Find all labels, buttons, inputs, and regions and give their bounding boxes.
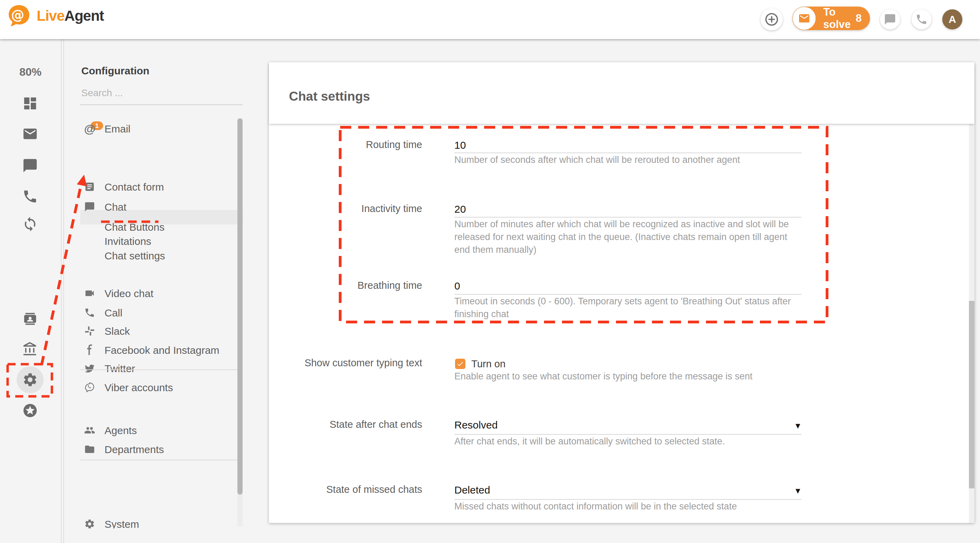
state-after-chat-underline — [454, 434, 802, 435]
liveagent-logo[interactable]: @ LiveAgent — [6, 4, 104, 28]
tickets-icon[interactable] — [22, 126, 38, 142]
dropdown-caret-icon[interactable]: ▼ — [788, 486, 802, 495]
user-avatar[interactable]: A — [942, 10, 963, 29]
menu-divider — [80, 460, 237, 460]
menu-label: Agents — [105, 423, 137, 438]
page-title: Chat settings — [289, 89, 370, 104]
to-solve-count: 8 — [856, 12, 862, 25]
state-after-chat-help: After chat ends, it will be automaticall… — [454, 435, 804, 448]
usage-percent: 80% — [0, 66, 61, 78]
menu-label: Chat settings — [105, 248, 165, 264]
menu-label: Contact form — [105, 179, 164, 195]
slack-icon — [84, 325, 95, 337]
chats-rail-icon[interactable] — [22, 158, 38, 174]
to-solve-label: To solve — [823, 6, 856, 31]
breathing-time-help: Timeout in seconds (0 - 600). Temporary … — [454, 295, 804, 321]
breathing-time-input[interactable]: 0 — [454, 280, 460, 292]
menu-label: Call — [105, 305, 123, 321]
menu-item-call[interactable]: Call — [64, 305, 243, 321]
menu-item-agents[interactable]: Agents — [64, 423, 243, 438]
configuration-panel: Configuration Search ... @ Email Contact… — [64, 39, 243, 529]
menu-item-video-chat[interactable]: Video chat — [64, 286, 243, 301]
menu-label: Invitations — [105, 234, 151, 249]
menu-label: Facebook and Instagram — [105, 343, 220, 358]
menu-item-facebook-instagram[interactable]: Facebook and Instagram — [64, 343, 243, 358]
menu-item-twitter[interactable]: Twitter — [64, 361, 243, 376]
menu-label: Video chat — [105, 286, 153, 301]
chat-settings-card: Chat settings Routing time 10 Number of … — [269, 62, 974, 523]
agents-icon — [84, 425, 95, 436]
menu-label: Viber accounts — [105, 380, 173, 395]
settings-gear-icon[interactable] — [22, 372, 38, 388]
menu-item-system[interactable]: System — [64, 517, 243, 529]
to-solve-button[interactable]: To solve 8 — [792, 6, 870, 30]
billing-icon[interactable] — [22, 341, 38, 357]
add-button[interactable] — [760, 8, 783, 30]
turn-on-label[interactable]: Turn on — [471, 358, 506, 370]
plus-circle-icon — [764, 12, 779, 27]
logo-text-live: Live — [37, 8, 64, 24]
rewards-star-icon[interactable] — [22, 403, 38, 419]
breathing-time-label: Breathing time — [304, 280, 422, 291]
card-header: Chat settings — [269, 62, 974, 124]
liveagent-logo-icon: @ — [6, 4, 32, 28]
content-scrollbar-thumb[interactable] — [969, 301, 974, 488]
menu-scrollbar-thumb[interactable] — [237, 118, 243, 495]
videocam-icon — [84, 288, 95, 299]
at-icon: @ — [84, 123, 95, 134]
folder-icon — [84, 444, 95, 455]
chats-button[interactable] — [880, 10, 900, 29]
menu-item-departments[interactable]: Departments — [64, 442, 243, 457]
menu-label: Departments — [105, 442, 164, 457]
menu-label: System — [105, 517, 139, 529]
menu-item-invitations[interactable]: Invitations — [64, 234, 243, 249]
inactivity-time-underline — [454, 217, 802, 218]
state-after-chat-select[interactable]: Resolved — [454, 419, 498, 431]
logo-text-agent: Agent — [64, 8, 104, 24]
menu-item-chat-settings[interactable]: Chat settings — [64, 248, 243, 264]
routing-time-underline — [454, 152, 802, 153]
routing-time-input[interactable]: 10 — [454, 140, 466, 151]
call-icon — [84, 307, 95, 318]
viber-icon — [84, 382, 95, 393]
menu-item-viber[interactable]: Viber accounts — [64, 380, 243, 395]
state-missed-chats-underline — [454, 499, 802, 500]
facebook-icon — [84, 345, 95, 356]
turn-on-checkbox[interactable] — [455, 359, 465, 369]
calls-rail-icon[interactable] — [22, 189, 38, 205]
menu-item-slack[interactable]: Slack — [64, 324, 243, 339]
dropdown-caret-icon[interactable]: ▼ — [788, 421, 802, 430]
avatar-letter: A — [948, 13, 956, 25]
menu-label: Email — [105, 121, 130, 137]
resolve-loop-icon[interactable] — [22, 216, 38, 232]
left-icon-rail — [0, 39, 62, 543]
form-icon — [84, 181, 95, 192]
menu-label: Twitter — [105, 361, 135, 376]
search-underline — [80, 105, 243, 105]
config-search-input[interactable]: Search ... — [81, 87, 123, 98]
configuration-title: Configuration — [81, 65, 150, 77]
dashboard-icon[interactable] — [22, 95, 38, 111]
state-missed-chats-select[interactable]: Deleted — [454, 484, 490, 496]
checkmark-icon — [457, 360, 464, 368]
state-after-chat-label: State after chat ends — [304, 419, 422, 430]
state-missed-chats-label: State of missed chats — [304, 484, 422, 495]
menu-item-contact-form[interactable]: Contact form — [64, 179, 243, 195]
to-solve-mail-icon — [793, 7, 816, 30]
breathing-time-underline — [454, 294, 802, 295]
show-typing-label: Show customer typing text — [304, 357, 422, 369]
inactivity-time-input[interactable]: 20 — [454, 203, 466, 215]
phone-icon — [915, 13, 928, 25]
show-typing-help: Enable agent to see what customer is typ… — [454, 370, 804, 383]
menu-label: Slack — [105, 324, 130, 339]
system-gear-icon — [84, 518, 95, 529]
contacts-icon[interactable] — [22, 311, 38, 327]
calls-button[interactable] — [912, 10, 932, 29]
menu-divider — [80, 369, 237, 370]
svg-text:@: @ — [11, 7, 24, 22]
liveagent-app: @ LiveAgent To solve 8 — [0, 0, 980, 543]
top-bar: @ LiveAgent To solve 8 — [0, 0, 980, 39]
twitter-icon — [84, 363, 95, 374]
menu-item-email[interactable]: @ Email — [64, 121, 243, 137]
state-missed-chats-help: Missed chats without contact information… — [454, 500, 804, 513]
